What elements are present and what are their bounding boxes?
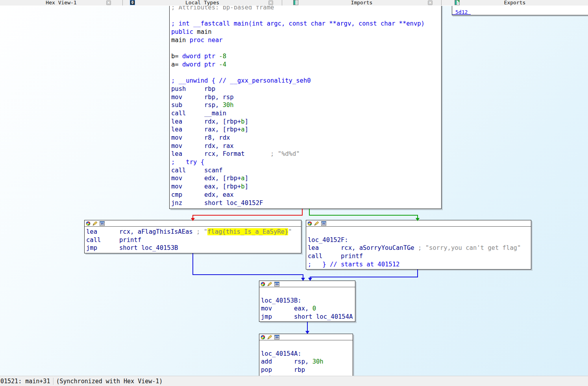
chart-icon[interactable]: [321, 221, 326, 226]
asm-segment: 0: [312, 305, 316, 312]
block-join[interactable]: loc_40153B:mov eax, 0jmp short loc_40154…: [259, 281, 355, 322]
asm-line[interactable]: jnz short loc_40152F: [171, 199, 440, 207]
asm-segment: cmp edx, eax: [171, 191, 234, 198]
asm-segment: lea rcx, Format: [171, 150, 245, 157]
asm-line[interactable]: mov r8, rdx: [171, 134, 440, 142]
edge-join-to-epilogue-arrowhead: [305, 331, 309, 334]
asm-line[interactable]: ; try {: [171, 158, 440, 166]
tab-imports[interactable]: Imports ×: [282, 0, 442, 6]
status-bar: 01521: main+31 (Synchronized with Hex Vi…: [0, 376, 588, 386]
asm-line[interactable]: b= dword ptr -8: [171, 52, 440, 61]
asm-line[interactable]: cmp edx, eax: [171, 191, 440, 199]
chart-icon[interactable]: [100, 221, 105, 226]
color-wheel-icon[interactable]: [261, 282, 265, 286]
block-title-bar[interactable]: [259, 281, 355, 287]
block-code: loc_40154A:add rsp, 30hpop rbpretn: [259, 340, 353, 376]
asm-line[interactable]: pop rbp: [261, 366, 351, 374]
asm-line[interactable]: call printf: [86, 236, 300, 244]
asm-line[interactable]: [171, 69, 440, 77]
asm-line[interactable]: [308, 228, 529, 236]
asm-line[interactable]: mov rdx, rax: [171, 142, 440, 150]
asm-line[interactable]: loc_40152F:: [308, 236, 529, 244]
asm-line[interactable]: public main: [171, 28, 440, 36]
asm-line[interactable]: loc_40154A:: [261, 350, 351, 358]
asm-line[interactable]: lea rcx, aFlagThisIsAEas ; "flag{this_Is…: [86, 228, 300, 236]
exports-list-peek[interactable]: 5d12 _Unwind_Resume: [452, 6, 588, 15]
color-wheel-icon[interactable]: [86, 221, 91, 226]
block-sorry-branch[interactable]: loc_40152F:lea rcx, aSorryYouCanTGe ; "s…: [306, 220, 531, 270]
asm-line[interactable]: mov rbp, rsp: [171, 93, 440, 102]
edit-hand-icon[interactable]: [92, 221, 98, 226]
asm-line[interactable]: jmp short loc_40153B: [86, 244, 300, 252]
asm-line[interactable]: call __main: [171, 109, 440, 118]
asm-line[interactable]: [171, 12, 440, 20]
asm-line[interactable]: push rbp: [171, 85, 440, 93]
exports-icon: [455, 0, 460, 5]
edge-jnz-false: [302, 209, 303, 215]
close-icon[interactable]: ×: [428, 0, 433, 5]
asm-line[interactable]: main proc near: [171, 36, 440, 44]
color-wheel-icon[interactable]: [261, 335, 265, 340]
block-flag-branch[interactable]: lea rcx, aFlagThisIsAEas ; "flag{this_Is…: [84, 220, 301, 253]
asm-line[interactable]: loc_40153B:: [261, 297, 353, 305]
asm-line[interactable]: call scanf: [171, 166, 440, 175]
asm-line[interactable]: sub rsp, 30h: [171, 101, 440, 109]
asm-line[interactable]: jmp short loc_40154A: [261, 313, 353, 321]
block-epilogue[interactable]: loc_40154A:add rsp, 30hpop rbpretn: [259, 334, 353, 376]
edge-sorry-to-join: [417, 270, 418, 277]
block-title-bar[interactable]: [259, 334, 353, 340]
asm-line[interactable]: lea rax, [rbp+a]: [171, 126, 440, 134]
chart-icon[interactable]: [274, 335, 279, 340]
asm-line[interactable]: mov eax, 0: [261, 305, 353, 313]
asm-segment: ;: [414, 244, 425, 251]
asm-segment: jmp short loc_40153B: [86, 244, 178, 251]
status-sync-message: (Synchronized with Hex View-1): [56, 378, 163, 385]
chart-icon[interactable]: [274, 282, 279, 286]
asm-segment: loc_40152F:: [308, 236, 348, 244]
asm-line[interactable]: add rsp, 30h: [261, 358, 351, 366]
edit-hand-icon[interactable]: [267, 335, 272, 340]
graph-view[interactable]: 5d12 _Unwind_Resume ; Attributes: bp-bas…: [0, 6, 588, 376]
close-icon[interactable]: ×: [268, 0, 273, 5]
tab-local-types[interactable]: 0 Local Types ×: [123, 0, 282, 6]
edge-sorry-to-join: [310, 277, 418, 277]
asm-line[interactable]: call printf: [308, 252, 529, 260]
exports-list-row[interactable]: 5d12 _Unwind_Resume: [452, 6, 588, 15]
edge-flag-to-join: [192, 253, 193, 275]
edit-hand-icon[interactable]: [314, 221, 319, 226]
asm-line[interactable]: lea rdx, [rbp+b]: [171, 118, 440, 126]
asm-line[interactable]: lea rcx, aSorryYouCanTGe ; "sorry,you ca…: [308, 244, 529, 252]
asm-line[interactable]: mov edx, [rbp+a]: [171, 174, 440, 183]
edge-jnz-true: [309, 209, 310, 215]
asm-line[interactable]: lea rcx, Format ; "%d%d": [171, 150, 440, 158]
asm-line[interactable]: [261, 288, 353, 297]
asm-segment: ; int __fastcall main(int argc, const ch…: [171, 20, 425, 27]
asm-line[interactable]: ; Attributes: bp-based frame: [171, 6, 440, 12]
asm-line[interactable]: ; int __fastcall main(int argc, const ch…: [171, 20, 440, 28]
edge-flag-to-join: [303, 275, 303, 278]
status-separator: [53, 378, 54, 385]
block-main-entry[interactable]: ; Attributes: bp-based frame ; int __fas…: [169, 6, 442, 209]
color-wheel-icon[interactable]: [307, 221, 312, 226]
asm-line[interactable]: a= dword ptr -4: [171, 61, 440, 69]
tab-hex-view-1[interactable]: Hex View-1 ×: [0, 0, 123, 6]
tab-bar: Hex View-1 × 0 Local Types × Imports × E…: [0, 0, 588, 6]
tab-label: Local Types: [123, 0, 282, 6]
block-title-bar[interactable]: [85, 220, 301, 227]
asm-line[interactable]: [171, 44, 440, 52]
asm-line[interactable]: [261, 342, 351, 350]
asm-segment: lea rcx, aFlagThisIsAEas: [86, 228, 193, 235]
export-name: _Unwind_Resume: [493, 15, 536, 15]
close-icon[interactable]: ×: [106, 0, 111, 5]
local-types-icon: 0: [130, 0, 135, 5]
tab-exports[interactable]: Exports: [442, 0, 588, 6]
block-title-bar[interactable]: [306, 220, 531, 227]
asm-segment: mov eax, [rbp+: [171, 183, 241, 190]
edge-flag-to-join: [192, 274, 303, 275]
asm-segment: a=: [171, 61, 182, 68]
asm-line[interactable]: ; } // starts at 401512: [308, 260, 529, 269]
export-address: 5d12: [455, 9, 468, 15]
asm-line[interactable]: ; __unwind { // __gxx_personality_seh0: [171, 77, 440, 85]
asm-line[interactable]: mov eax, [rbp+b]: [171, 183, 440, 191]
edit-hand-icon[interactable]: [267, 282, 272, 286]
